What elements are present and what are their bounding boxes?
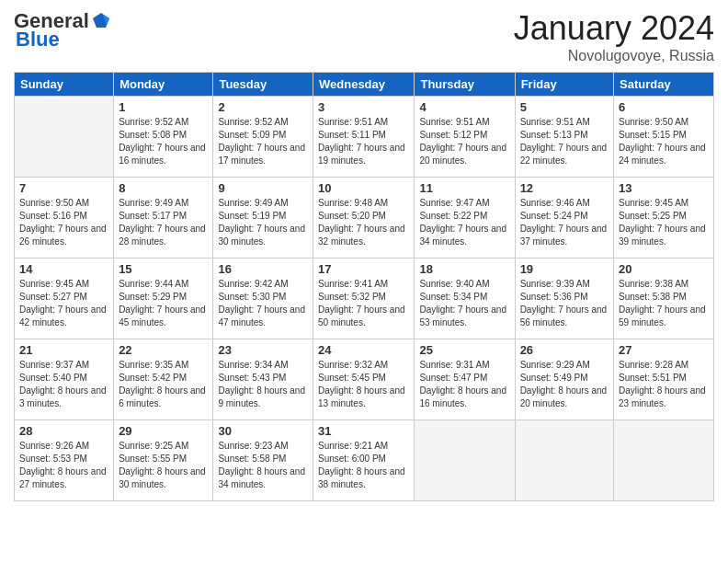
daylight-hours: Daylight: 8 hours and 9 minutes. (218, 385, 305, 408)
daylight-hours: Daylight: 7 hours and 53 minutes. (419, 304, 506, 327)
day-number: 25 (419, 343, 509, 357)
day-number: 17 (318, 262, 409, 276)
daylight-hours: Daylight: 8 hours and 27 minutes. (19, 466, 107, 489)
sunrise-time: Sunrise: 9:35 AM (119, 360, 188, 370)
day-info: Sunrise: 9:29 AMSunset: 5:49 PMDaylight:… (520, 359, 609, 410)
day-number: 18 (419, 262, 509, 276)
month-title: January 2024 (514, 9, 714, 48)
day-info: Sunrise: 9:52 AMSunset: 5:09 PMDaylight:… (218, 116, 308, 167)
day-info: Sunrise: 9:50 AMSunset: 5:15 PMDaylight:… (619, 116, 709, 167)
day-of-week-header: Saturday (614, 73, 714, 97)
day-info: Sunrise: 9:45 AMSunset: 5:25 PMDaylight:… (619, 197, 709, 248)
sunrise-time: Sunrise: 9:40 AM (419, 279, 489, 289)
sunset-time: Sunset: 5:16 PM (19, 211, 87, 221)
calendar-cell: 11Sunrise: 9:47 AMSunset: 5:22 PMDayligh… (415, 178, 515, 259)
sunrise-time: Sunrise: 9:51 AM (419, 117, 489, 127)
calendar-cell: 25Sunrise: 9:31 AMSunset: 5:47 PMDayligh… (415, 339, 515, 420)
day-number: 1 (119, 100, 208, 114)
day-info: Sunrise: 9:41 AMSunset: 5:32 PMDaylight:… (318, 278, 409, 329)
sunset-time: Sunset: 5:20 PM (318, 211, 386, 221)
sunrise-time: Sunrise: 9:50 AM (619, 117, 688, 127)
logo-flag-icon (91, 11, 111, 31)
day-number: 27 (619, 343, 709, 357)
sunset-time: Sunset: 5:12 PM (419, 130, 487, 140)
calendar-cell: 30Sunrise: 9:23 AMSunset: 5:58 PMDayligh… (213, 420, 313, 501)
sunrise-time: Sunrise: 9:49 AM (218, 198, 288, 208)
day-number: 6 (619, 100, 709, 114)
daylight-hours: Daylight: 7 hours and 19 minutes. (318, 143, 405, 166)
day-info: Sunrise: 9:50 AMSunset: 5:16 PMDaylight:… (19, 197, 108, 248)
day-info: Sunrise: 9:37 AMSunset: 5:40 PMDaylight:… (19, 359, 108, 410)
calendar-cell (614, 420, 714, 501)
day-info: Sunrise: 9:26 AMSunset: 5:53 PMDaylight:… (19, 440, 108, 491)
day-number: 11 (419, 181, 509, 195)
sunset-time: Sunset: 5:13 PM (520, 130, 588, 140)
calendar-cell: 31Sunrise: 9:21 AMSunset: 6:00 PMDayligh… (313, 420, 415, 501)
logo: General Blue (14, 9, 111, 52)
sunrise-time: Sunrise: 9:31 AM (419, 360, 489, 370)
calendar-cell: 2Sunrise: 9:52 AMSunset: 5:09 PMDaylight… (213, 97, 313, 178)
day-of-week-header: Thursday (415, 73, 515, 97)
daylight-hours: Daylight: 7 hours and 50 minutes. (318, 304, 405, 327)
sunrise-time: Sunrise: 9:45 AM (619, 198, 688, 208)
sunset-time: Sunset: 5:15 PM (619, 130, 687, 140)
day-number: 8 (119, 181, 208, 195)
daylight-hours: Daylight: 7 hours and 34 minutes. (419, 224, 506, 247)
sunset-time: Sunset: 5:22 PM (419, 211, 487, 221)
calendar-cell: 22Sunrise: 9:35 AMSunset: 5:42 PMDayligh… (114, 339, 213, 420)
calendar-cell: 19Sunrise: 9:39 AMSunset: 5:36 PMDayligh… (515, 259, 613, 339)
calendar-cell: 13Sunrise: 9:45 AMSunset: 5:25 PMDayligh… (614, 178, 714, 259)
day-info: Sunrise: 9:21 AMSunset: 6:00 PMDaylight:… (318, 440, 409, 491)
calendar-cell: 3Sunrise: 9:51 AMSunset: 5:11 PMDaylight… (313, 97, 415, 178)
daylight-hours: Daylight: 7 hours and 26 minutes. (19, 224, 107, 247)
day-info: Sunrise: 9:32 AMSunset: 5:45 PMDaylight:… (318, 359, 409, 410)
day-number: 21 (19, 343, 108, 357)
daylight-hours: Daylight: 7 hours and 32 minutes. (318, 224, 405, 247)
day-info: Sunrise: 9:23 AMSunset: 5:58 PMDaylight:… (218, 440, 308, 491)
calendar-cell: 18Sunrise: 9:40 AMSunset: 5:34 PMDayligh… (415, 259, 515, 339)
calendar-cell: 5Sunrise: 9:51 AMSunset: 5:13 PMDaylight… (515, 97, 613, 178)
calendar-cell (415, 420, 515, 501)
daylight-hours: Daylight: 8 hours and 3 minutes. (19, 385, 107, 408)
daylight-hours: Daylight: 7 hours and 17 minutes. (218, 143, 305, 166)
sunrise-time: Sunrise: 9:47 AM (419, 198, 489, 208)
daylight-hours: Daylight: 7 hours and 20 minutes. (419, 143, 506, 166)
day-number: 12 (520, 181, 609, 195)
day-info: Sunrise: 9:25 AMSunset: 5:55 PMDaylight:… (119, 440, 208, 491)
day-number: 2 (218, 100, 308, 114)
calendar-cell: 21Sunrise: 9:37 AMSunset: 5:40 PMDayligh… (15, 339, 114, 420)
daylight-hours: Daylight: 7 hours and 47 minutes. (218, 304, 305, 327)
day-number: 29 (119, 424, 208, 438)
daylight-hours: Daylight: 8 hours and 13 minutes. (318, 385, 405, 408)
sunrise-time: Sunrise: 9:26 AM (19, 441, 89, 451)
daylight-hours: Daylight: 8 hours and 23 minutes. (619, 385, 706, 408)
page: General Blue January 2024 Novolugovoye, … (0, 0, 728, 563)
sunset-time: Sunset: 5:45 PM (318, 373, 386, 383)
calendar-cell: 10Sunrise: 9:48 AMSunset: 5:20 PMDayligh… (313, 178, 415, 259)
daylight-hours: Daylight: 7 hours and 28 minutes. (119, 224, 206, 247)
calendar-cell: 15Sunrise: 9:44 AMSunset: 5:29 PMDayligh… (114, 259, 213, 339)
sunrise-time: Sunrise: 9:29 AM (520, 360, 590, 370)
sunset-time: Sunset: 5:17 PM (119, 211, 187, 221)
day-number: 13 (619, 181, 709, 195)
daylight-hours: Daylight: 8 hours and 38 minutes. (318, 466, 405, 489)
day-number: 26 (520, 343, 609, 357)
sunset-time: Sunset: 5:29 PM (119, 292, 187, 302)
sunrise-time: Sunrise: 9:46 AM (520, 198, 590, 208)
daylight-hours: Daylight: 7 hours and 37 minutes. (520, 224, 608, 247)
day-of-week-header: Friday (515, 73, 613, 97)
sunset-time: Sunset: 5:32 PM (318, 292, 386, 302)
location-title: Novolugovoye, Russia (514, 48, 714, 64)
calendar-cell: 23Sunrise: 9:34 AMSunset: 5:43 PMDayligh… (213, 339, 313, 420)
calendar-cell (15, 97, 114, 178)
daylight-hours: Daylight: 7 hours and 39 minutes. (619, 224, 706, 247)
day-number: 20 (619, 262, 709, 276)
sunset-time: Sunset: 5:38 PM (619, 292, 687, 302)
header: General Blue January 2024 Novolugovoye, … (14, 9, 714, 64)
sunset-time: Sunset: 5:30 PM (218, 292, 286, 302)
sunset-time: Sunset: 5:11 PM (318, 130, 386, 140)
day-number: 14 (19, 262, 108, 276)
day-number: 31 (318, 424, 409, 438)
calendar-cell: 27Sunrise: 9:28 AMSunset: 5:51 PMDayligh… (614, 339, 714, 420)
daylight-hours: Daylight: 8 hours and 30 minutes. (119, 466, 206, 489)
